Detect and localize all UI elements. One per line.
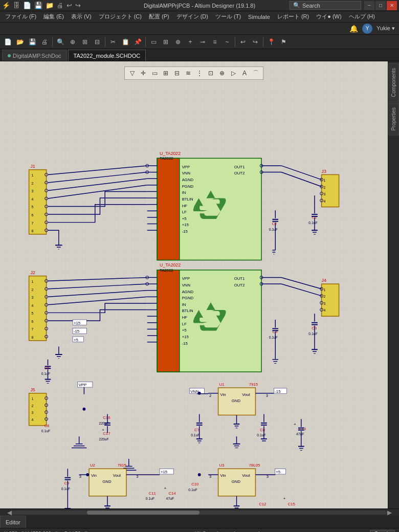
svg-text:2: 2: [31, 182, 33, 185]
tab-module[interactable]: TA2022_module.SCHDOC: [68, 50, 146, 61]
draw-net[interactable]: ⋮: [194, 68, 205, 78]
svg-text:1: 1: [31, 280, 33, 283]
svg-text:7815: 7815: [117, 463, 126, 468]
close-button[interactable]: ✕: [387, 1, 397, 10]
paste-btn[interactable]: 📌: [132, 36, 143, 48]
drawing-toolbar: ▽ ✛ ▭ ⊞ ⊟ ≋ ⋮ ⊡ ⊕ ▷ A ⌒: [124, 66, 263, 80]
draw-text[interactable]: A: [239, 68, 250, 78]
save-btn[interactable]: 💾: [27, 36, 38, 48]
components-panel-tab[interactable]: Components: [388, 63, 399, 102]
redo-btn[interactable]: ↪: [250, 36, 261, 48]
user-avatar[interactable]: Y: [362, 24, 372, 34]
menu-project[interactable]: プロジェクト (C): [96, 12, 145, 21]
tab-schematic[interactable]: DigitalAMP.SchDoc: [2, 50, 67, 61]
menu-window[interactable]: ウイ● (W): [313, 12, 344, 21]
window-title: DigitalAMPPrjPCB - Altium Designer (19.1…: [144, 3, 255, 9]
panels-button[interactable]: Panels: [370, 530, 395, 532]
svg-text:VPP: VPP: [79, 383, 87, 387]
print-btn[interactable]: 🖨: [39, 36, 50, 48]
tool-btn3[interactable]: ⊕: [172, 36, 184, 48]
horizontal-scrollbar[interactable]: ◀ ▶: [0, 508, 399, 516]
draw-power[interactable]: ⊡: [206, 68, 216, 78]
svg-text:BTLIN: BTLIN: [182, 197, 193, 202]
svg-text:+5: +5: [182, 216, 187, 221]
bell-icon[interactable]: 🔔: [349, 25, 358, 33]
svg-text:0.1uF: 0.1uF: [308, 332, 317, 336]
svg-text:OUT1: OUT1: [234, 165, 245, 169]
undo-icon[interactable]: ↩: [66, 2, 72, 9]
menu-file[interactable]: ファイル (F): [2, 12, 39, 21]
zoom-btn3[interactable]: ⊞: [79, 36, 91, 48]
draw-junction[interactable]: ⊕: [217, 68, 227, 78]
svg-text:Vin: Vin: [220, 473, 226, 478]
svg-text:U_TA2022: U_TA2022: [160, 151, 181, 156]
draw-comp[interactable]: ⊞: [161, 68, 171, 78]
rect-btn[interactable]: ▭: [148, 36, 159, 48]
tool-btn6[interactable]: ≡: [209, 36, 220, 48]
svg-text:2: 2: [31, 288, 33, 292]
undo-btn[interactable]: ↩: [237, 36, 249, 48]
draw-line[interactable]: ≋: [183, 68, 193, 78]
minimize-button[interactable]: −: [364, 1, 374, 10]
flag-btn[interactable]: ⚑: [278, 36, 289, 48]
svg-text:C12: C12: [259, 502, 266, 506]
draw-arc[interactable]: ⌒: [251, 68, 261, 78]
tool-btn4[interactable]: +: [185, 36, 196, 48]
svg-text:7915: 7915: [249, 382, 258, 387]
draw-port[interactable]: ▷: [228, 68, 238, 78]
menu-design[interactable]: デザイン (D): [173, 12, 211, 21]
scroll-track[interactable]: [12, 511, 387, 515]
menu-tools[interactable]: ツール (T): [212, 12, 244, 21]
svg-text:7: 7: [31, 221, 33, 225]
redo-icon[interactable]: ↪: [75, 2, 81, 9]
menu-report[interactable]: レポート (R): [274, 12, 312, 21]
svg-text:1: 1: [31, 173, 33, 177]
draw-filter[interactable]: ▽: [127, 68, 137, 78]
svg-text:VNN: VNN: [182, 283, 190, 287]
main-area: ▽ ✛ ▭ ⊞ ⊟ ≋ ⋮ ⊡ ⊕ ▷ A ⌒: [0, 61, 399, 508]
copy-btn[interactable]: 📋: [120, 36, 131, 48]
search-bar[interactable]: 🔍 Search: [290, 1, 361, 10]
menu-place[interactable]: 配置 (P): [146, 12, 172, 21]
zoom-btn4[interactable]: ⊟: [92, 36, 103, 48]
zoom-in-btn[interactable]: 🔍: [55, 36, 66, 48]
maximize-button[interactable]: □: [375, 1, 386, 10]
menu-help[interactable]: ヘルプ (H): [346, 12, 378, 21]
svg-text:0.1uF: 0.1uF: [146, 497, 154, 500]
svg-text:U1: U1: [219, 382, 225, 387]
open-btn[interactable]: 📂: [14, 36, 26, 48]
scroll-right-arrow[interactable]: ▶: [387, 509, 392, 516]
svg-text:VNN: VNN: [182, 171, 190, 175]
tool-btn5[interactable]: ⊸: [197, 36, 208, 48]
title-bar: ⚡ 🗄 📄 💾 📁 🖨 ↩ ↪ DigitalAMPPrjPCB - Altiu…: [0, 0, 399, 11]
svg-text:J5: J5: [31, 387, 35, 392]
svg-text:6: 6: [31, 320, 33, 323]
svg-text:+: +: [164, 486, 167, 491]
svg-text:PGND: PGND: [182, 184, 194, 189]
svg-text:+5: +5: [276, 470, 280, 474]
svg-text:OUT1: OUT1: [234, 276, 245, 281]
new-btn[interactable]: 📄: [2, 36, 13, 48]
draw-rect[interactable]: ▭: [149, 68, 160, 78]
svg-rect-3: [157, 158, 180, 260]
menu-simulate[interactable]: Simulate: [245, 13, 273, 21]
tool-btn2[interactable]: ⊞: [160, 36, 171, 48]
svg-text:PGND: PGND: [182, 296, 194, 300]
scroll-thumb[interactable]: [87, 511, 199, 515]
properties-panel-tab[interactable]: Properties: [388, 103, 399, 136]
draw-bus[interactable]: ⊟: [172, 68, 182, 78]
scroll-left-arrow[interactable]: ◀: [7, 509, 12, 516]
schematic-canvas[interactable]: ▽ ✛ ▭ ⊞ ⊟ ≋ ⋮ ⊡ ⊕ ▷ A ⌒: [0, 61, 388, 508]
window-controls[interactable]: − □ ✕: [364, 1, 397, 10]
menu-view[interactable]: 表示 (V): [68, 12, 95, 21]
pin-btn[interactable]: 📍: [265, 36, 277, 48]
zoom-btn2[interactable]: ⊕: [67, 36, 78, 48]
editor-tab-label: Editor: [6, 519, 20, 525]
tool-btn7[interactable]: ~: [221, 36, 233, 48]
sep-1: [52, 37, 53, 47]
menu-edit[interactable]: 編集 (E): [40, 12, 67, 21]
svg-rect-92: [157, 270, 180, 372]
editor-tab[interactable]: Editor: [0, 516, 26, 528]
cut-btn[interactable]: ✂: [107, 36, 119, 48]
draw-cross[interactable]: ✛: [138, 68, 148, 78]
